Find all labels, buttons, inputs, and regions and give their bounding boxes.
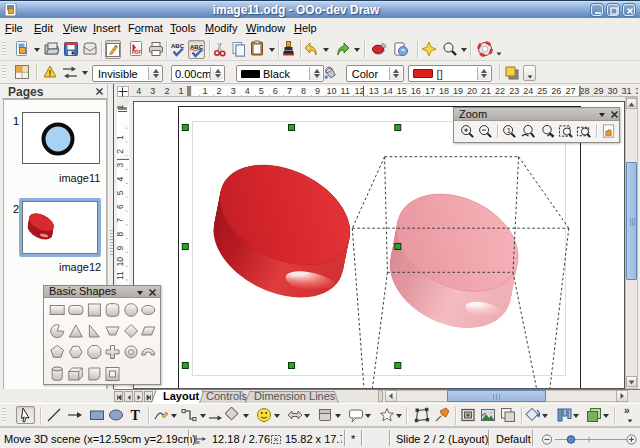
svg-text:ABC: ABC [171, 43, 185, 49]
svg-text:6: 6 [117, 204, 125, 209]
svg-text:1: 1 [507, 126, 511, 135]
svg-text:T: T [131, 408, 141, 423]
svg-text:3: 3 [117, 163, 125, 168]
svg-text:1: 1 [117, 104, 125, 109]
svg-text:8: 8 [117, 232, 125, 237]
svg-text:4: 4 [117, 176, 125, 181]
svg-text:5: 5 [117, 190, 125, 195]
svg-text:1: 1 [117, 135, 125, 140]
svg-text:9: 9 [117, 245, 125, 250]
svg-text:PDF: PDF [132, 50, 141, 55]
svg-text:2: 2 [117, 149, 125, 154]
svg-text:11: 11 [117, 271, 125, 280]
svg-text:10: 10 [117, 257, 125, 267]
svg-text:ABC: ABC [190, 44, 204, 50]
svg-text:7: 7 [117, 218, 125, 223]
